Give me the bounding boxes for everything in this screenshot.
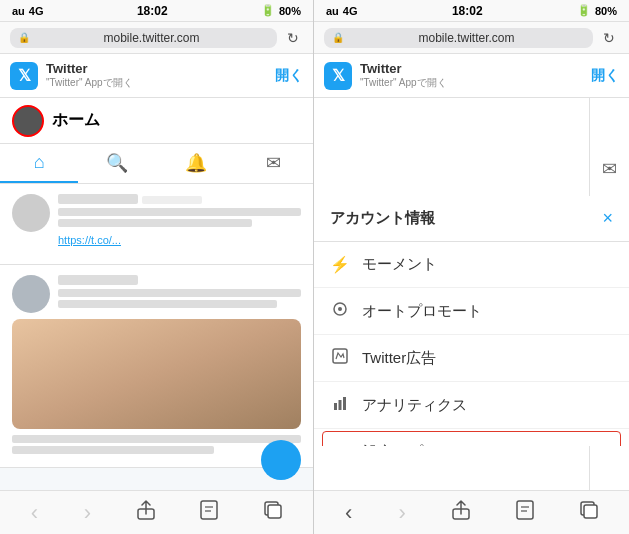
svg-point-7 xyxy=(338,307,342,311)
left-feed-area: https://t.co/... xyxy=(0,184,313,490)
autopromo-label: オートプロモート xyxy=(362,302,482,321)
tweet-header-1: https://t.co/... xyxy=(12,194,301,248)
network-left: 4G xyxy=(29,5,44,17)
analytics-icon xyxy=(330,395,350,415)
lock-icon-left: 🔒 xyxy=(18,32,30,43)
compose-button[interactable] xyxy=(261,440,301,480)
tweet-text-2b xyxy=(58,300,277,308)
svg-rect-17 xyxy=(584,505,597,518)
close-dropdown-button[interactable]: × xyxy=(602,208,613,229)
ads-icon xyxy=(330,348,350,368)
analytics-label: アナリティクス xyxy=(362,396,467,415)
tweet-name-line-2 xyxy=(58,275,301,285)
svg-rect-10 xyxy=(339,400,342,410)
battery-icon-left: 🔋 xyxy=(261,4,275,17)
left-panel: au 4G 18:02 🔋 80% 🔒 mobile.twitter.com ↻… xyxy=(0,0,314,534)
menu-item-analytics[interactable]: アナリティクス xyxy=(314,382,629,429)
lock-icon-right: 🔒 xyxy=(332,32,344,43)
tweet-footer-2 xyxy=(12,435,301,454)
battery-pct-left: 80% xyxy=(279,5,301,17)
tweet-meta-1: https://t.co/... xyxy=(58,194,301,248)
tweet-text-2c xyxy=(12,435,301,443)
nav-tab-search[interactable]: 🔍 xyxy=(78,144,156,183)
tweet-avatar-2 xyxy=(12,275,50,313)
account-dropdown-menu: アカウント情報 × ⚡ モーメント オートプロモート xyxy=(314,196,629,446)
right-url-inner[interactable]: 🔒 mobile.twitter.com xyxy=(324,28,593,48)
time-left: 18:02 xyxy=(137,4,168,18)
right-share-button[interactable] xyxy=(444,496,478,529)
left-app-sub: "Twitter" Appで開く xyxy=(46,76,275,90)
battery-pct-right: 80% xyxy=(595,5,617,17)
tweet-text-1a xyxy=(58,208,301,216)
autopromo-icon xyxy=(330,301,350,321)
right-app-banner: 𝕏 Twitter "Twitter" Appで開く 開く xyxy=(314,54,629,98)
left-home-title: ホーム xyxy=(52,110,301,131)
left-url-text: mobile.twitter.com xyxy=(34,31,269,45)
time-right: 18:02 xyxy=(452,4,483,18)
right-app-name: Twitter xyxy=(360,61,591,76)
left-app-info: Twitter "Twitter" Appで開く xyxy=(46,61,275,90)
twitter-logo-right: 𝕏 xyxy=(324,62,352,90)
menu-item-settings[interactable]: 設定とプライバシー xyxy=(322,431,621,446)
tweet-meta-2 xyxy=(58,275,301,313)
left-twitter-header: ホーム xyxy=(0,98,313,144)
carrier-left: au xyxy=(12,5,25,17)
tweet-text-1b xyxy=(58,219,252,227)
left-avatar[interactable] xyxy=(12,105,44,137)
battery-icon-right: 🔋 xyxy=(577,4,591,17)
left-status-left: au 4G xyxy=(12,5,44,17)
right-status-left: au 4G xyxy=(326,5,358,17)
left-open-button[interactable]: 開く xyxy=(275,67,303,85)
left-back-button[interactable]: ‹ xyxy=(23,496,46,530)
twitter-bird-left: 𝕏 xyxy=(18,66,31,85)
network-right: 4G xyxy=(343,5,358,17)
right-bookmarks-button[interactable] xyxy=(508,496,542,529)
nav-tab-notifications[interactable]: 🔔 xyxy=(157,144,235,183)
right-back-button[interactable]: ‹ xyxy=(337,496,360,530)
tweet-card-1: https://t.co/... xyxy=(0,184,313,265)
moments-label: モーメント xyxy=(362,255,437,274)
right-open-button[interactable]: 開く xyxy=(591,67,619,85)
tweet-handle-1 xyxy=(142,196,202,204)
left-app-banner: 𝕏 Twitter "Twitter" Appで開く 開く xyxy=(0,54,313,98)
right-tabs-button[interactable] xyxy=(572,497,606,528)
left-share-button[interactable] xyxy=(129,496,163,529)
right-browser-bottom: ‹ › xyxy=(314,490,629,534)
left-status-bar: au 4G 18:02 🔋 80% xyxy=(0,0,313,22)
tweet-link-1[interactable]: https://t.co/... xyxy=(58,234,121,246)
left-bookmarks-button[interactable] xyxy=(192,496,226,529)
nav-tab-messages[interactable]: ✉ xyxy=(235,144,313,183)
tweet-text-2d xyxy=(12,446,214,454)
left-url-bar: 🔒 mobile.twitter.com ↻ xyxy=(0,22,313,54)
right-panel: au 4G 18:02 🔋 80% 🔒 mobile.twitter.com ↻… xyxy=(314,0,629,534)
right-forward-button[interactable]: › xyxy=(390,496,413,530)
left-browser-bottom: ‹ › xyxy=(0,490,313,534)
nav-tab-home[interactable]: ⌂ xyxy=(0,144,78,183)
right-app-sub: "Twitter" Appで開く xyxy=(360,76,591,90)
battery-right: 🔋 80% xyxy=(577,4,617,17)
right-content-area: アカウント情報 × ⚡ モーメント オートプロモート xyxy=(314,98,629,490)
ads-label: Twitter広告 xyxy=(362,349,436,368)
left-url-inner[interactable]: 🔒 mobile.twitter.com xyxy=(10,28,277,48)
right-status-bar: au 4G 18:02 🔋 80% xyxy=(314,0,629,22)
menu-item-ads[interactable]: Twitter広告 xyxy=(314,335,629,382)
tweet-name-line-1 xyxy=(58,194,301,204)
mail-icon-partial: ✉ xyxy=(602,158,617,180)
left-nav-tabs: ⌂ 🔍 🔔 ✉ xyxy=(0,144,313,184)
reload-icon-left[interactable]: ↻ xyxy=(283,30,303,46)
svg-rect-5 xyxy=(268,505,281,518)
reload-icon-right[interactable]: ↻ xyxy=(599,30,619,46)
menu-item-moments[interactable]: ⚡ モーメント xyxy=(314,242,629,288)
left-tabs-button[interactable] xyxy=(256,497,290,528)
left-app-name: Twitter xyxy=(46,61,275,76)
menu-item-autopromo[interactable]: オートプロモート xyxy=(314,288,629,335)
moments-icon: ⚡ xyxy=(330,255,350,274)
twitter-bird-right: 𝕏 xyxy=(332,66,345,85)
tweet-image-inner-2 xyxy=(12,319,301,429)
carrier-right: au xyxy=(326,5,339,17)
left-forward-button[interactable]: › xyxy=(76,496,99,530)
tweet-header-2 xyxy=(12,275,301,313)
tweet-image-2 xyxy=(12,319,301,429)
svg-rect-9 xyxy=(334,403,337,410)
dropdown-header: アカウント情報 × xyxy=(314,196,629,242)
